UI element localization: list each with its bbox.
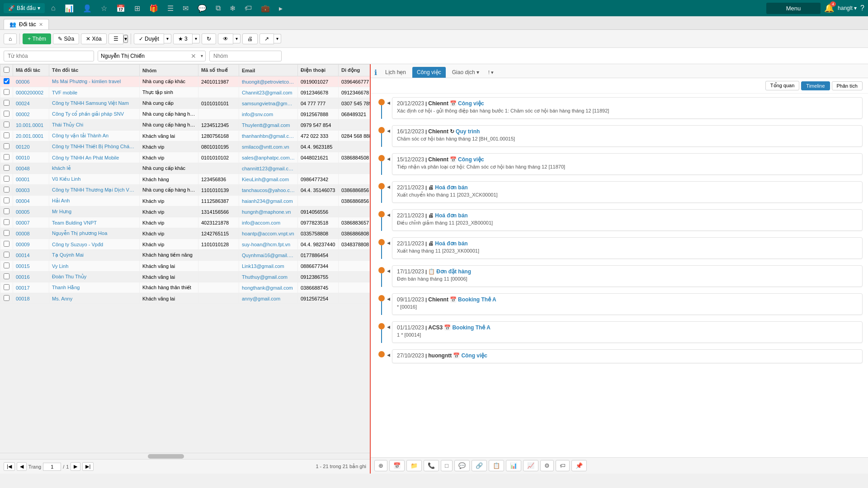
view-button[interactable]: ☰ [108,33,123,44]
row-ma[interactable]: 00008 [13,228,49,239]
row-ma[interactable]: 00002 [13,109,49,120]
bb-table-button[interactable]: 📊 [506,460,521,471]
more-icon[interactable]: ▸ [276,4,285,13]
row-ma[interactable]: 00003 [13,185,49,196]
row-checkbox-cell[interactable] [0,109,13,120]
gift-icon[interactable]: 🎁 [146,4,161,13]
tag-icon[interactable]: 🏷 [242,4,255,12]
layers-icon[interactable]: ⧉ [213,4,223,12]
prev-page-button[interactable]: ◀ [17,462,27,471]
table-row[interactable]: 00001 Vũ Kiều Linh Khách hàng 123456836 … [0,174,370,185]
row-checkbox[interactable] [4,132,9,138]
row-ten[interactable]: Đoàn Thu Thủy [49,272,140,282]
bb-calendar-button[interactable]: 📅 [389,460,405,471]
row-checkbox[interactable] [4,78,9,84]
user-account-button[interactable]: hanglt ▾ [838,5,857,11]
row-checkbox[interactable] [4,143,9,149]
table-row[interactable]: 00024 Công ty TNHH Samsung Việt Nam Nhà … [0,98,370,109]
row-ten[interactable]: Công ty TNHH Samsung Việt Nam [49,98,140,109]
chart-icon[interactable]: 📊 [62,4,76,13]
person-filter-arrow[interactable]: ▾ [198,53,205,58]
select-all-checkbox[interactable] [4,67,9,73]
refresh-button[interactable]: ↻ [202,33,216,44]
share-arrow[interactable]: ▾ [274,34,281,43]
row-ten[interactable]: Công Ty cổ phần giải pháp SNV [49,109,140,120]
table-row[interactable]: 00015 Vy Linh Khách vãng lai Link13@gmai… [0,261,370,272]
menu-button[interactable]: Menu [766,3,821,14]
row-ma[interactable]: 00120 [13,141,49,152]
tab-lich-hen[interactable]: Lịch hẹn [381,67,410,78]
table-row[interactable]: 0000200002 TVF mobile Thực tập sinh Chan… [0,87,370,98]
row-ten[interactable]: Vũ Kiều Linh [49,174,140,185]
row-ma[interactable]: 00017 [13,282,49,293]
tab-close-icon[interactable]: ✕ [39,22,43,28]
row-checkbox[interactable] [4,208,9,214]
row-checkbox-cell[interactable] [0,196,13,206]
row-checkbox-cell[interactable] [0,87,13,98]
row-checkbox[interactable] [4,89,9,95]
row-checkbox-cell[interactable] [0,228,13,239]
table-row[interactable]: 00018 Ms. Anny Khách vãng lai anny@gmail… [0,293,370,304]
row-ten[interactable]: Team Bulding VNPT [49,217,140,228]
calendar-icon[interactable]: 📅 [113,4,128,13]
row-checkbox[interactable] [4,111,9,117]
tong-quan-button[interactable]: Tổng quan [765,81,799,90]
table-row[interactable]: 00014 Tạ Quỳnh Mai Khách hàng tiềm năng … [0,250,370,261]
bb-folder-button[interactable]: 📁 [406,460,422,471]
tab-giao-dich[interactable]: Giao dịch ▾ [448,67,484,78]
eye-button[interactable]: 👁 [218,33,233,44]
row-ten[interactable]: khách lẻ [49,163,140,174]
row-ma[interactable]: 00016 [13,272,49,282]
tl-card[interactable]: 16/12/2023 | Chiennt ↻ Quy trình Chăm só… [392,125,863,147]
print-button[interactable]: 🖨 [242,33,258,44]
group-filter-input[interactable] [209,51,282,61]
list-icon[interactable]: ☰ [165,4,176,13]
star-arrow[interactable]: ▾ [193,34,200,43]
table-row[interactable]: 00008 Nguyễn Thị phương Hoa Khách vip 12… [0,228,370,239]
bb-pin-button[interactable]: 📌 [571,460,587,471]
table-row[interactable]: 00004 Hải Anh Khách vip 1112586387 haian… [0,196,370,206]
row-checkbox[interactable] [4,295,9,301]
row-checkbox[interactable] [4,273,9,279]
row-ten[interactable]: Thanh Hằng [49,282,140,293]
tl-card[interactable]: 22/11/2023 | 🖨 Hoá đơn bán Xuất hàng thá… [392,237,863,259]
table-row[interactable]: 00016 Đoàn Thu Thủy Khách vãng lai Thuth… [0,272,370,282]
share-button[interactable]: ↗ [259,33,274,44]
star-button[interactable]: ★ 3 [173,33,193,44]
grid-icon[interactable]: ⊞ [132,4,143,13]
horizontal-scrollbar[interactable] [0,453,370,459]
table-row[interactable]: 00007 Team Bulding VNPT Khách vip 402312… [0,217,370,228]
row-ma[interactable]: 00015 [13,261,49,272]
person-filter-clear-button[interactable]: ✕ [189,52,198,60]
row-checkbox-cell[interactable] [0,272,13,282]
user-icon[interactable]: 👤 [80,4,94,13]
row-checkbox-cell[interactable] [0,250,13,261]
help-button[interactable]: ? [860,4,864,12]
row-checkbox-cell[interactable] [0,131,13,141]
star-icon[interactable]: ☆ [98,4,110,13]
row-ma[interactable]: 00010 [13,152,49,163]
briefcase-icon[interactable]: 💼 [258,4,273,13]
bb-link-button[interactable]: 🔗 [472,460,487,471]
table-row[interactable]: 00017 Thanh Hằng Khách hàng thân thiết h… [0,282,370,293]
row-ten[interactable]: TVF mobile [49,87,140,98]
row-checkbox-cell[interactable] [0,185,13,196]
keyword-input[interactable] [4,51,94,61]
approve-arrow[interactable]: ▾ [164,34,171,43]
row-checkbox-cell[interactable] [0,261,13,272]
row-checkbox[interactable] [4,100,9,106]
row-ma[interactable]: 00009 [13,239,49,250]
row-ma[interactable]: 00048 [13,163,49,174]
start-button[interactable]: 🚀 Bắt đầu ▾ [4,3,45,13]
row-checkbox[interactable] [4,230,9,236]
bb-window-button[interactable]: □ [441,460,453,471]
page-input[interactable] [43,463,61,471]
row-ten[interactable]: Thái Thủy Chi [49,120,140,131]
row-ma[interactable]: 00006 [13,76,49,87]
table-row[interactable]: 00005 Mr Hưng Khách vip 1314156566 hungn… [0,206,370,217]
delete-button[interactable]: ✕ Xóa [81,33,107,44]
row-checkbox[interactable] [4,122,9,127]
last-page-button[interactable]: ▶| [82,462,94,471]
tl-card[interactable]: 22/11/2023 | 🖨 Hoá đơn bán Điều chỉnh gi… [392,209,863,231]
row-ma[interactable]: 0000200002 [13,87,49,98]
